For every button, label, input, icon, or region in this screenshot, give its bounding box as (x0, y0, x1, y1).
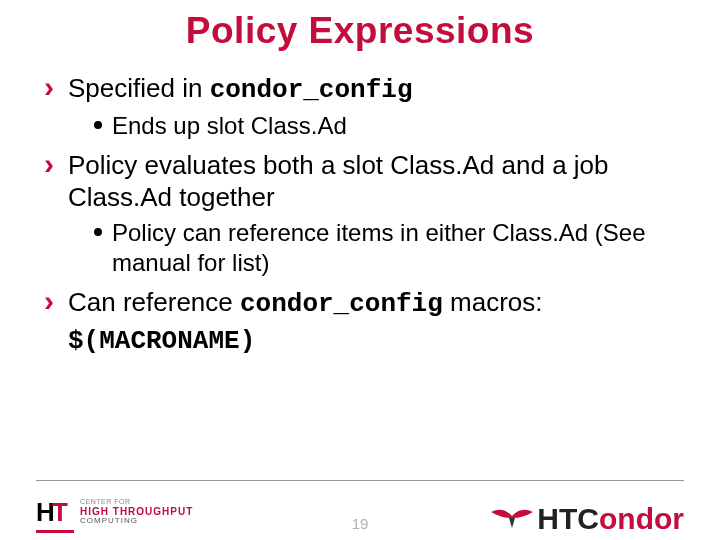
chtc-line3: COMPUTING (80, 517, 193, 526)
slide-title: Policy Expressions (0, 10, 720, 52)
chtc-text: CENTER FOR HIGH THROUGHPUT COMPUTING (80, 498, 193, 525)
bullet-1-text: Specified in (68, 73, 210, 103)
htcondor-part2: ondor (599, 502, 684, 536)
bullet-2-sublist: Policy can reference items in either Cla… (94, 218, 680, 278)
footer: 19 H T CENTER FOR HIGH THROUGHPUT COMPUT… (0, 470, 720, 540)
chtc-logo: H T CENTER FOR HIGH THROUGHPUT COMPUTING (36, 490, 193, 534)
bullet-1: Specified in condor_config Ends up slot … (40, 72, 680, 141)
bullet-1-code: condor_config (210, 75, 413, 105)
slide: Policy Expressions Specified in condor_c… (0, 10, 720, 540)
bullet-3-post: macros: (443, 287, 543, 317)
bullet-list: Specified in condor_config Ends up slot … (40, 72, 680, 320)
bullet-3-pre: Can reference (68, 287, 240, 317)
bullet-1-sub: Ends up slot Class.Ad (94, 111, 680, 141)
bullet-3: Can reference condor_config macros: (40, 286, 680, 321)
footer-divider (36, 480, 684, 481)
bullet-2-text: Policy evaluates both a slot Class.Ad an… (68, 150, 609, 213)
chtc-mark-icon: H T (36, 492, 74, 533)
condor-bird-icon (489, 504, 535, 534)
htcondor-logo: HTCondor (489, 502, 684, 536)
htcondor-part1: HTC (537, 502, 599, 536)
bullet-1-sublist: Ends up slot Class.Ad (94, 111, 680, 141)
bullet-3-code: condor_config (240, 289, 443, 319)
macro-example: $(MACRONAME) (68, 326, 680, 356)
chtc-t-icon: T (52, 497, 68, 528)
chtc-line1: CENTER FOR (80, 498, 193, 506)
bullet-2-sub: Policy can reference items in either Cla… (94, 218, 680, 278)
bullet-2: Policy evaluates both a slot Class.Ad an… (40, 149, 680, 278)
slide-content: Specified in condor_config Ends up slot … (0, 52, 720, 356)
